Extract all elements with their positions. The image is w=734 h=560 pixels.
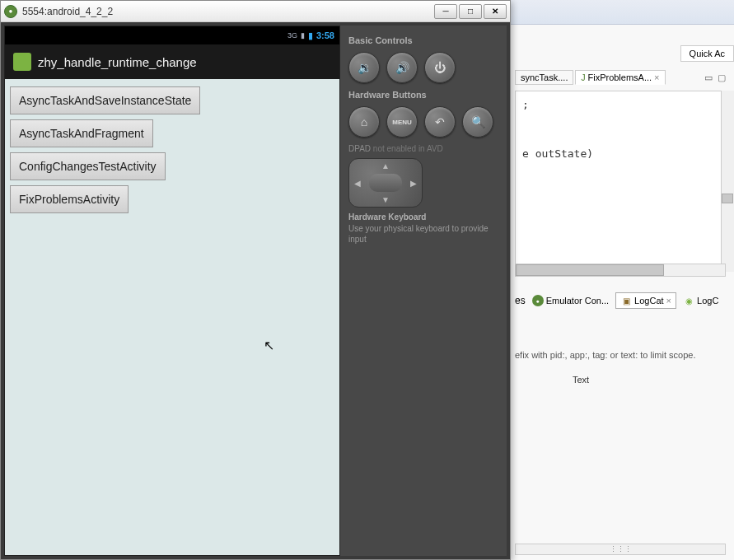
tab-logcat[interactable]: ▣ LogCat × bbox=[615, 292, 676, 309]
emulator-body: 3G ▮ ▮ 3:58 zhy_handle_runtime_change As… bbox=[1, 22, 510, 559]
back-icon: ↶ bbox=[435, 115, 445, 128]
app-content-area[interactable]: AsyncTaskAndSaveInstanceState AsyncTaskA… bbox=[5, 79, 339, 555]
tab-close-icon[interactable]: × bbox=[654, 72, 659, 82]
clock: 3:58 bbox=[316, 30, 334, 40]
dpad-down[interactable]: ▼ bbox=[381, 195, 390, 204]
minimize-button[interactable]: ─ bbox=[434, 4, 457, 19]
code-line bbox=[522, 135, 718, 147]
scrollbar-thumb[interactable] bbox=[516, 264, 664, 276]
volume-up-icon: 🔊 bbox=[395, 61, 409, 74]
android-app-bar: zhy_handle_runtime_change bbox=[5, 44, 339, 79]
editor-tabs: syncTask.... J FixProblemsA... × bbox=[515, 70, 666, 85]
minimize-view-icon[interactable]: ▭ bbox=[704, 72, 713, 83]
hardware-buttons-label: Hardware Buttons bbox=[348, 90, 498, 100]
network-type: 3G bbox=[288, 31, 297, 40]
button-configchanges[interactable]: ConfigChangesTestActivity bbox=[10, 152, 166, 180]
maximize-button[interactable]: □ bbox=[459, 4, 482, 19]
power-icon: ⏻ bbox=[434, 61, 446, 74]
app-title: zhy_handle_runtime_change bbox=[38, 55, 197, 69]
dpad-label: DPAD not enabled in AVD bbox=[348, 144, 498, 153]
android-screen[interactable]: 3G ▮ ▮ 3:58 zhy_handle_runtime_change As… bbox=[4, 26, 340, 556]
search-icon: 🔍 bbox=[471, 115, 485, 128]
dpad-right[interactable]: ▶ bbox=[410, 179, 417, 188]
tab-close-icon[interactable]: × bbox=[666, 296, 671, 306]
vertical-scrollbar[interactable] bbox=[721, 91, 734, 272]
android-status-bar[interactable]: 3G ▮ ▮ 3:58 bbox=[5, 26, 339, 44]
button-asynctask-saveinstance[interactable]: AsyncTaskAndSaveInstanceState bbox=[10, 86, 200, 114]
back-button[interactable]: ↶ bbox=[424, 106, 456, 138]
bottom-view-tabs: es ● Emulator Con... ▣ LogCat × ◉ LogC bbox=[515, 292, 722, 309]
dpad-center[interactable] bbox=[369, 174, 402, 192]
bottom-horizontal-scrollbar[interactable]: ⋮⋮⋮ bbox=[515, 544, 726, 555]
maximize-view-icon[interactable]: ▢ bbox=[718, 72, 726, 83]
quick-access-button[interactable]: Quick Ac bbox=[680, 45, 734, 62]
tab-label: Emulator Con... bbox=[546, 296, 609, 306]
logcat-column-header-text: Text bbox=[573, 375, 589, 385]
logcat-filter-hint: efix with pid:, app:, tag: or text: to l… bbox=[515, 350, 696, 360]
tab-emulator-control[interactable]: ● Emulator Con... bbox=[528, 293, 613, 308]
tab-partial-label: es bbox=[515, 295, 526, 306]
emulator-title: 5554:android_4_2_2 bbox=[22, 6, 434, 17]
signal-icon: ▮ bbox=[301, 31, 305, 40]
editor-tab-asynctask[interactable]: syncTask.... bbox=[515, 70, 573, 85]
menu-button[interactable]: MENU bbox=[386, 106, 418, 138]
android-icon: ◉ bbox=[683, 295, 694, 306]
emulator-titlebar[interactable]: ● 5554:android_4_2_2 ─ □ ✕ bbox=[1, 1, 510, 22]
button-fixproblems[interactable]: FixProblemsActivity bbox=[10, 185, 129, 213]
logcat-icon: ▣ bbox=[620, 295, 632, 306]
volume-down-icon: 🔉 bbox=[358, 61, 372, 74]
editor-tab-fixproblems[interactable]: J FixProblemsA... × bbox=[575, 70, 665, 85]
emulator-window: ● 5554:android_4_2_2 ─ □ ✕ 3G ▮ ▮ 3:58 z… bbox=[0, 0, 511, 560]
emulator-icon: ● bbox=[532, 295, 544, 306]
hardware-keyboard-hint: Use your physical keyboard to provide in… bbox=[348, 223, 498, 245]
tab-label: syncTask.... bbox=[521, 72, 568, 82]
tab-label: FixProblemsA... bbox=[587, 72, 652, 82]
java-file-icon: J bbox=[581, 73, 585, 82]
home-button[interactable]: ⌂ bbox=[348, 106, 380, 138]
dpad-left[interactable]: ◀ bbox=[354, 179, 361, 188]
tab-logcat-2[interactable]: ◉ LogC bbox=[679, 293, 722, 308]
dpad-up[interactable]: ▲ bbox=[381, 161, 390, 170]
menu-label: MENU bbox=[392, 119, 412, 126]
code-line bbox=[522, 110, 718, 123]
horizontal-scrollbar[interactable] bbox=[515, 264, 726, 277]
volume-down-button[interactable]: 🔉 bbox=[348, 52, 380, 83]
battery-icon: ▮ bbox=[308, 30, 313, 41]
code-line bbox=[522, 123, 718, 135]
status-icons: 3G ▮ ▮ 3:58 bbox=[288, 30, 334, 41]
hardware-keyboard-label: Hardware Keyboard bbox=[348, 212, 498, 222]
close-button[interactable]: ✕ bbox=[484, 4, 507, 19]
emulator-side-controls: Basic Controls 🔉 🔊 ⏻ Hardware Buttons ⌂ bbox=[340, 26, 507, 556]
basic-controls-label: Basic Controls bbox=[348, 35, 498, 45]
code-editor[interactable]: ; e outState) bbox=[515, 91, 726, 272]
button-asynctask-fragment[interactable]: AsyncTaskAndFragment bbox=[10, 119, 153, 147]
dpad-control[interactable]: ▲ ▼ ◀ ▶ bbox=[348, 158, 423, 208]
window-controls: ─ □ ✕ bbox=[434, 4, 507, 19]
tab-label: LogC bbox=[697, 296, 718, 306]
home-icon: ⌂ bbox=[361, 115, 367, 128]
emulator-app-icon: ● bbox=[4, 5, 17, 18]
app-launcher-icon bbox=[13, 53, 31, 71]
code-line: ; bbox=[522, 98, 718, 110]
scrollbar-thumb[interactable] bbox=[722, 194, 733, 203]
volume-up-button[interactable]: 🔊 bbox=[386, 52, 418, 83]
tab-label: LogCat bbox=[634, 296, 663, 306]
code-line: e outState) bbox=[522, 147, 718, 160]
editor-toolbar-icons: ▭ ▢ bbox=[704, 72, 726, 83]
search-button[interactable]: 🔍 bbox=[462, 106, 493, 138]
ide-top-bar bbox=[511, 0, 734, 25]
power-button[interactable]: ⏻ bbox=[424, 52, 456, 83]
